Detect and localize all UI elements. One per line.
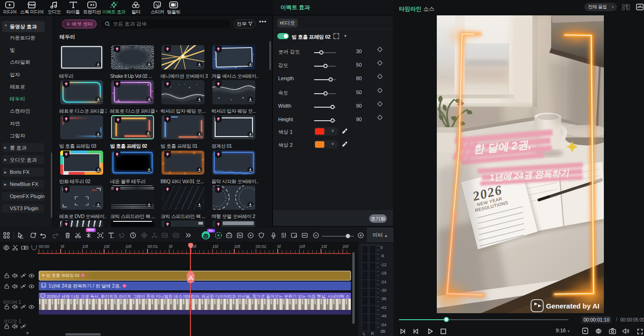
- svg-text:REC: REC: [92, 189, 97, 192]
- svg-text:Generated by AI: Generated by AI: [546, 302, 599, 310]
